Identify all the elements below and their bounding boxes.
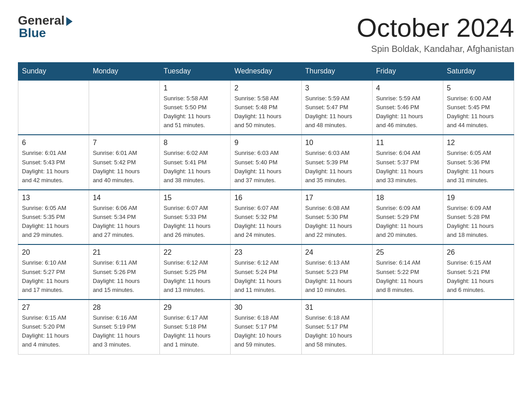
calendar-cell: [18, 80, 89, 135]
day-number: 29: [163, 304, 227, 312]
day-number: 22: [163, 248, 227, 257]
calendar-cell: 20Sunrise: 6:10 AMSunset: 5:27 PMDayligh…: [18, 244, 89, 300]
day-number: 31: [305, 304, 369, 312]
calendar-cell: 8Sunrise: 6:02 AMSunset: 5:41 PMDaylight…: [160, 135, 231, 190]
calendar-cell: 6Sunrise: 6:01 AMSunset: 5:43 PMDaylight…: [18, 135, 89, 190]
calendar-week-row: 13Sunrise: 6:05 AMSunset: 5:35 PMDayligh…: [18, 190, 514, 245]
calendar-body: 1Sunrise: 5:58 AMSunset: 5:50 PMDaylight…: [18, 80, 514, 354]
day-info: Sunrise: 6:07 AMSunset: 5:32 PMDaylight:…: [234, 204, 297, 240]
day-number: 17: [305, 194, 369, 202]
day-info: Sunrise: 6:17 AMSunset: 5:18 PMDaylight:…: [163, 313, 227, 350]
day-number: 23: [234, 248, 297, 257]
calendar-cell: 30Sunrise: 6:18 AMSunset: 5:17 PMDayligh…: [231, 300, 301, 354]
calendar-week-row: 20Sunrise: 6:10 AMSunset: 5:27 PMDayligh…: [18, 244, 514, 300]
day-number: 10: [305, 139, 369, 147]
calendar-cell: 3Sunrise: 5:59 AMSunset: 5:47 PMDaylight…: [301, 80, 372, 135]
logo: General Blue: [18, 13, 73, 40]
day-number: 16: [234, 194, 297, 202]
day-number: 5: [447, 84, 510, 92]
day-info: Sunrise: 5:59 AMSunset: 5:46 PMDaylight:…: [376, 94, 439, 130]
day-info: Sunrise: 6:10 AMSunset: 5:27 PMDaylight:…: [22, 258, 85, 295]
day-info: Sunrise: 6:06 AMSunset: 5:34 PMDaylight:…: [93, 204, 156, 240]
day-number: 2: [234, 84, 297, 92]
calendar-cell: [372, 300, 443, 354]
day-number: 3: [305, 84, 369, 92]
calendar-cell: 18Sunrise: 6:09 AMSunset: 5:29 PMDayligh…: [372, 190, 443, 245]
month-title: October 2024: [357, 13, 514, 42]
calendar-cell: 26Sunrise: 6:15 AMSunset: 5:21 PMDayligh…: [443, 244, 514, 300]
calendar-cell: 14Sunrise: 6:06 AMSunset: 5:34 PMDayligh…: [89, 190, 160, 245]
day-info: Sunrise: 6:01 AMSunset: 5:43 PMDaylight:…: [22, 149, 85, 185]
day-number: 18: [376, 194, 439, 202]
day-info: Sunrise: 6:05 AMSunset: 5:35 PMDaylight:…: [22, 204, 85, 240]
day-number: 24: [305, 248, 369, 257]
calendar-cell: 7Sunrise: 6:01 AMSunset: 5:42 PMDaylight…: [89, 135, 160, 190]
calendar-cell: 11Sunrise: 6:04 AMSunset: 5:37 PMDayligh…: [372, 135, 443, 190]
calendar-cell: [443, 300, 514, 354]
day-info: Sunrise: 6:03 AMSunset: 5:40 PMDaylight:…: [234, 149, 297, 185]
day-number: 14: [93, 194, 156, 202]
day-number: 11: [376, 139, 439, 147]
weekday-header-friday: Friday: [372, 62, 443, 80]
calendar-week-row: 1Sunrise: 5:58 AMSunset: 5:50 PMDaylight…: [18, 80, 514, 135]
day-number: 12: [447, 139, 510, 147]
day-number: 25: [376, 248, 439, 257]
day-info: Sunrise: 6:08 AMSunset: 5:30 PMDaylight:…: [305, 204, 369, 240]
day-number: 27: [22, 304, 85, 312]
day-info: Sunrise: 6:09 AMSunset: 5:28 PMDaylight:…: [447, 204, 510, 240]
day-info: Sunrise: 6:04 AMSunset: 5:37 PMDaylight:…: [376, 149, 439, 185]
title-block: October 2024 Spin Boldak, Kandahar, Afgh…: [357, 13, 514, 54]
calendar-cell: 15Sunrise: 6:07 AMSunset: 5:33 PMDayligh…: [160, 190, 231, 245]
calendar-cell: 28Sunrise: 6:16 AMSunset: 5:19 PMDayligh…: [89, 300, 160, 354]
day-info: Sunrise: 6:01 AMSunset: 5:42 PMDaylight:…: [93, 149, 156, 185]
calendar-cell: 31Sunrise: 6:18 AMSunset: 5:17 PMDayligh…: [301, 300, 372, 354]
calendar-cell: 1Sunrise: 5:58 AMSunset: 5:50 PMDaylight…: [160, 80, 231, 135]
day-number: 26: [447, 248, 510, 257]
day-info: Sunrise: 5:59 AMSunset: 5:47 PMDaylight:…: [305, 94, 369, 130]
calendar-cell: 9Sunrise: 6:03 AMSunset: 5:40 PMDaylight…: [231, 135, 301, 190]
day-info: Sunrise: 5:58 AMSunset: 5:50 PMDaylight:…: [163, 94, 227, 130]
calendar-cell: 2Sunrise: 5:58 AMSunset: 5:48 PMDaylight…: [231, 80, 301, 135]
day-number: 15: [163, 194, 227, 202]
day-info: Sunrise: 6:12 AMSunset: 5:24 PMDaylight:…: [234, 258, 297, 295]
day-number: 9: [234, 139, 297, 147]
day-info: Sunrise: 6:14 AMSunset: 5:22 PMDaylight:…: [376, 258, 439, 295]
day-info: Sunrise: 6:12 AMSunset: 5:25 PMDaylight:…: [163, 258, 227, 295]
calendar-cell: 17Sunrise: 6:08 AMSunset: 5:30 PMDayligh…: [301, 190, 372, 245]
logo-blue-text: Blue: [18, 26, 46, 40]
calendar-cell: 13Sunrise: 6:05 AMSunset: 5:35 PMDayligh…: [18, 190, 89, 245]
weekday-header-saturday: Saturday: [443, 62, 514, 80]
location-subtitle: Spin Boldak, Kandahar, Afghanistan: [357, 44, 514, 54]
day-info: Sunrise: 6:07 AMSunset: 5:33 PMDaylight:…: [163, 204, 227, 240]
weekday-header-wednesday: Wednesday: [231, 62, 301, 80]
calendar-week-row: 6Sunrise: 6:01 AMSunset: 5:43 PMDaylight…: [18, 135, 514, 190]
calendar-cell: 25Sunrise: 6:14 AMSunset: 5:22 PMDayligh…: [372, 244, 443, 300]
day-info: Sunrise: 6:16 AMSunset: 5:19 PMDaylight:…: [93, 313, 156, 350]
day-number: 13: [22, 194, 85, 202]
day-info: Sunrise: 6:05 AMSunset: 5:36 PMDaylight:…: [447, 149, 510, 185]
calendar-cell: 16Sunrise: 6:07 AMSunset: 5:32 PMDayligh…: [231, 190, 301, 245]
logo-arrow-icon: [66, 17, 73, 26]
weekday-header-tuesday: Tuesday: [160, 62, 231, 80]
calendar-cell: 5Sunrise: 6:00 AMSunset: 5:45 PMDaylight…: [443, 80, 514, 135]
day-info: Sunrise: 6:15 AMSunset: 5:20 PMDaylight:…: [22, 313, 85, 350]
calendar-cell: 29Sunrise: 6:17 AMSunset: 5:18 PMDayligh…: [160, 300, 231, 354]
calendar-cell: 23Sunrise: 6:12 AMSunset: 5:24 PMDayligh…: [231, 244, 301, 300]
page-header: General Blue October 2024 Spin Boldak, K…: [18, 13, 514, 54]
day-number: 7: [93, 139, 156, 147]
calendar-cell: 10Sunrise: 6:03 AMSunset: 5:39 PMDayligh…: [301, 135, 372, 190]
day-number: 30: [234, 304, 297, 312]
weekday-header-thursday: Thursday: [301, 62, 372, 80]
day-number: 6: [22, 139, 85, 147]
weekday-header-row: SundayMondayTuesdayWednesdayThursdayFrid…: [18, 62, 514, 80]
day-info: Sunrise: 6:00 AMSunset: 5:45 PMDaylight:…: [447, 94, 510, 130]
day-info: Sunrise: 6:11 AMSunset: 5:26 PMDaylight:…: [93, 258, 156, 295]
day-info: Sunrise: 6:02 AMSunset: 5:41 PMDaylight:…: [163, 149, 227, 185]
day-info: Sunrise: 6:13 AMSunset: 5:23 PMDaylight:…: [305, 258, 369, 295]
calendar-cell: 22Sunrise: 6:12 AMSunset: 5:25 PMDayligh…: [160, 244, 231, 300]
calendar-cell: 4Sunrise: 5:59 AMSunset: 5:46 PMDaylight…: [372, 80, 443, 135]
calendar-week-row: 27Sunrise: 6:15 AMSunset: 5:20 PMDayligh…: [18, 300, 514, 354]
day-info: Sunrise: 6:18 AMSunset: 5:17 PMDaylight:…: [305, 313, 369, 350]
calendar-cell: 24Sunrise: 6:13 AMSunset: 5:23 PMDayligh…: [301, 244, 372, 300]
day-number: 28: [93, 304, 156, 312]
